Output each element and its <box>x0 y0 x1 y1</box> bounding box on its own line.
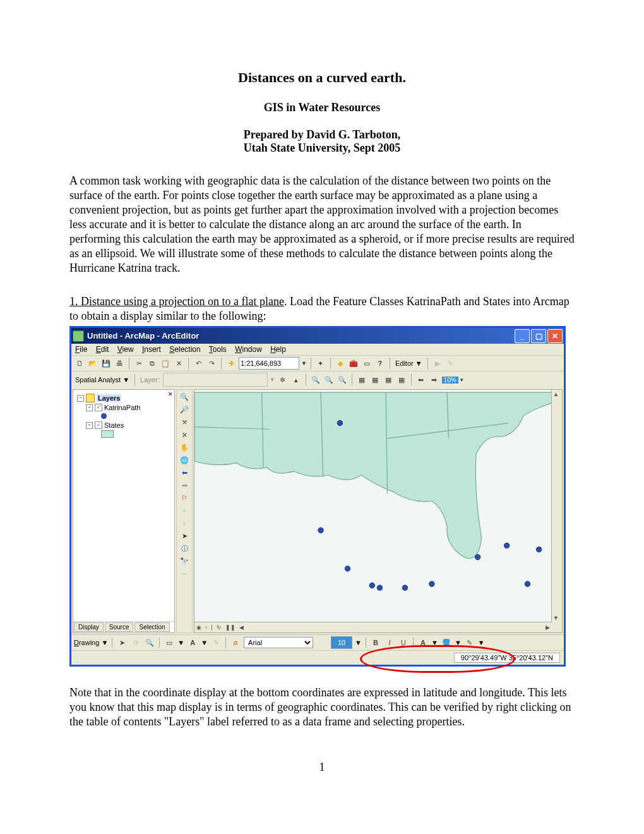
katrina-point[interactable] <box>377 585 382 590</box>
edit-tool-icon[interactable]: ▶ <box>432 358 443 369</box>
katrina-point[interactable] <box>318 528 323 533</box>
pan-icon[interactable]: ✋ <box>179 442 190 453</box>
menu-help[interactable]: Help <box>270 345 286 354</box>
font-color-icon[interactable]: A <box>417 637 429 648</box>
sa-grid-2-icon[interactable]: ▦ <box>369 374 381 385</box>
drawing-dropdown[interactable]: Drawing ▼ <box>74 639 108 646</box>
prev-extent-icon[interactable]: ⬅ <box>179 467 190 478</box>
scale-dropdown-icon[interactable]: ▼ <box>301 360 307 366</box>
data-view-icon[interactable]: ◉ <box>194 624 203 631</box>
menu-edit[interactable]: Edit <box>96 345 109 354</box>
katrina-point[interactable] <box>475 555 480 560</box>
titlebar[interactable]: Untitled - ArcMap - ArcEditor _ ▢ ✕ <box>71 328 564 344</box>
italic-icon[interactable]: I <box>384 637 395 648</box>
katrina-point[interactable] <box>402 585 407 590</box>
close-button[interactable]: ✕ <box>547 329 563 343</box>
sa-tool-2-icon[interactable]: ▴ <box>290 374 302 385</box>
identify-icon[interactable]: ⓘ <box>179 543 190 554</box>
pointer-icon[interactable]: ➤ <box>179 530 190 541</box>
paste-icon[interactable]: 📋 <box>160 358 171 369</box>
sa-grid-4-icon[interactable]: ▦ <box>396 374 407 385</box>
select-elements-icon[interactable]: ➤ <box>116 637 128 648</box>
toc-item-1-label[interactable]: States <box>104 421 124 429</box>
toc-item-0-symbol[interactable] <box>101 413 107 419</box>
sa-arrow-1-icon[interactable]: ⬅ <box>415 374 427 385</box>
pause-icon[interactable]: ❚❚ <box>224 624 237 631</box>
launch-1-icon[interactable]: ✦ <box>315 358 326 369</box>
bold-icon[interactable]: B <box>370 637 381 648</box>
font-name-select[interactable]: Arial <box>244 637 313 648</box>
editor-dropdown[interactable]: Editor ▼ <box>394 360 424 367</box>
cut-icon[interactable]: ✂ <box>133 358 145 369</box>
line-color-icon[interactable]: ✎ <box>464 637 475 648</box>
zoom-dropdown-icon[interactable]: ▾ <box>460 377 463 383</box>
refresh-icon[interactable]: ↻ <box>215 624 224 631</box>
katrina-point[interactable] <box>536 547 541 552</box>
fixed-zoom-out-icon[interactable]: ⤪ <box>179 429 190 440</box>
copy-icon[interactable]: ⧉ <box>146 358 158 369</box>
underline-icon[interactable]: U <box>398 637 409 648</box>
edit-vertices-icon[interactable]: ✎ <box>210 637 222 648</box>
toc-item-1-checkbox[interactable]: ✓ <box>95 421 102 429</box>
select-elements-icon[interactable]: ▫ <box>179 505 190 516</box>
toc-item-0-label[interactable]: KatrinaPath <box>104 404 140 411</box>
katrina-point[interactable] <box>369 583 374 588</box>
zoom-draw-icon[interactable]: 🔍 <box>144 637 155 648</box>
fill-color-icon[interactable]: 🪣 <box>441 637 452 648</box>
undo-icon[interactable]: ↶ <box>193 358 204 369</box>
arccatalog-icon[interactable]: ◆ <box>335 358 346 369</box>
toc-tab-selection[interactable]: Selection <box>134 622 169 632</box>
open-icon[interactable]: 📂 <box>87 358 98 369</box>
toc-collapse-icon[interactable]: − <box>77 395 84 402</box>
find-icon[interactable]: 🔭 <box>179 555 190 567</box>
save-icon[interactable]: 💾 <box>100 358 112 369</box>
fixed-zoom-in-icon[interactable]: ⤧ <box>179 416 190 428</box>
menu-selection[interactable]: Selection <box>169 345 200 354</box>
zoom-in-icon[interactable]: 🔍 <box>179 391 190 402</box>
sa-grid-3-icon[interactable]: ▦ <box>383 374 394 385</box>
new-text-icon[interactable]: A <box>187 637 198 648</box>
menu-insert[interactable]: Insert <box>142 345 161 354</box>
menu-tools[interactable]: Tools <box>209 345 227 354</box>
menu-window[interactable]: Window <box>235 345 262 354</box>
katrina-point[interactable] <box>525 581 530 586</box>
menu-file[interactable]: File <box>75 345 87 354</box>
katrina-point[interactable] <box>337 421 342 426</box>
toc-tab-source[interactable]: Source <box>105 622 134 632</box>
toc-close-icon[interactable]: ✕ <box>168 391 173 397</box>
katrina-point[interactable] <box>429 581 434 586</box>
sa-tool-5-icon[interactable]: 🔍 <box>337 374 348 385</box>
rotate-icon[interactable]: ⟳ <box>130 637 141 648</box>
layers-label[interactable]: Layers <box>97 394 121 402</box>
whatsthis-icon[interactable]: ? <box>374 358 386 369</box>
measure-icon[interactable]: ↔ <box>179 568 190 579</box>
new-rect-icon[interactable]: ▭ <box>164 637 175 648</box>
full-extent-icon[interactable]: 🌐 <box>179 454 190 466</box>
font-size-input[interactable] <box>331 636 352 649</box>
print-icon[interactable]: 🖶 <box>114 358 125 369</box>
toc-item-collapse-icon[interactable]: − <box>86 404 93 411</box>
arctoolbox-icon[interactable]: 🧰 <box>348 358 359 369</box>
layout-view-icon[interactable]: ▫ <box>203 624 209 631</box>
toc-item-1-symbol[interactable] <box>101 430 114 438</box>
next-extent-icon[interactable]: ➡ <box>179 480 190 491</box>
sketch-tool-icon[interactable]: ✎ <box>445 358 456 369</box>
sa-tool-3-icon[interactable]: 🔍 <box>310 374 321 385</box>
minimize-button[interactable]: _ <box>515 329 530 343</box>
katrina-point[interactable] <box>345 566 350 571</box>
command-line-icon[interactable]: ▭ <box>361 358 373 369</box>
menu-view[interactable]: View <box>117 345 134 354</box>
sa-grid-1-icon[interactable]: ▦ <box>356 374 367 385</box>
redo-icon[interactable]: ↷ <box>206 358 217 369</box>
zoom-out-icon[interactable]: 🔎 <box>179 404 190 415</box>
toc-tab-display[interactable]: Display <box>74 622 104 632</box>
clear-selection-icon[interactable]: ▫ <box>179 517 190 529</box>
spatial-analyst-dropdown[interactable]: Spatial Analyst ▼ <box>74 376 131 384</box>
add-data-icon[interactable]: ✚ <box>225 358 237 369</box>
map-canvas[interactable]: ◉ ▫ | ↻ ❚❚ ◀ ▶ <box>194 389 563 633</box>
delete-icon[interactable]: ✕ <box>173 358 184 369</box>
sa-tool-1-icon[interactable]: ❄ <box>277 374 289 385</box>
katrina-point[interactable] <box>504 543 509 548</box>
sa-tool-4-icon[interactable]: 🔍 <box>323 374 335 385</box>
toc-item-0-checkbox[interactable]: ✓ <box>95 404 102 411</box>
